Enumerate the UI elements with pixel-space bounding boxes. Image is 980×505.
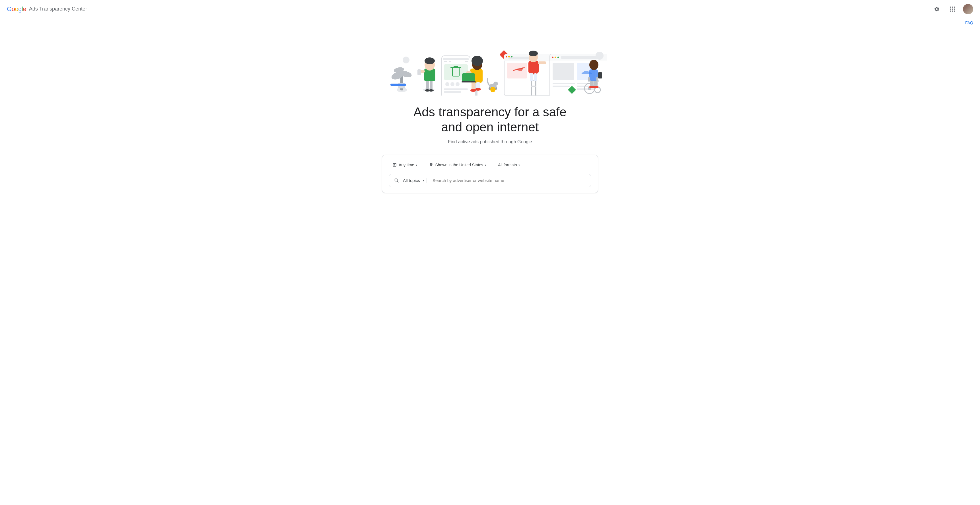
svg-rect-86 <box>553 86 570 87</box>
svg-rect-31 <box>444 91 461 93</box>
svg-point-90 <box>595 52 603 60</box>
logo-letter-g: G <box>7 5 12 13</box>
svg-point-102 <box>593 86 599 88</box>
svg-rect-14 <box>420 70 425 73</box>
svg-point-59 <box>506 56 508 57</box>
illustration-svg <box>373 27 607 95</box>
topics-filter-button[interactable]: All topics ▾ <box>403 178 427 183</box>
format-filter-label: All formats <box>498 163 517 167</box>
calendar-icon <box>392 162 397 168</box>
logo-letter-o2: o <box>15 5 18 13</box>
svg-rect-69 <box>530 73 533 81</box>
svg-rect-104 <box>598 72 602 78</box>
apps-button[interactable] <box>947 3 958 15</box>
header-logo-area: Google Ads Transparency Center <box>7 5 87 13</box>
search-box: Any time ▾ Shown in the United States ▾ … <box>382 155 598 193</box>
svg-rect-10 <box>430 80 433 90</box>
svg-rect-97 <box>588 77 590 81</box>
settings-button[interactable] <box>931 3 942 15</box>
svg-rect-71 <box>538 62 546 64</box>
svg-point-60 <box>508 56 510 57</box>
location-filter-chevron: ▾ <box>485 164 486 167</box>
svg-point-7 <box>402 57 409 64</box>
time-filter-label: Any time <box>399 163 414 167</box>
svg-point-78 <box>555 57 556 58</box>
svg-rect-22 <box>465 62 468 62</box>
svg-point-49 <box>493 82 498 86</box>
svg-rect-55 <box>507 63 527 78</box>
logo-letter-g2: g <box>18 5 22 13</box>
search-input[interactable] <box>430 178 586 183</box>
svg-point-16 <box>425 57 435 64</box>
svg-rect-20 <box>444 62 447 62</box>
svg-rect-70 <box>534 73 537 81</box>
logo-letter-e: e <box>23 5 26 13</box>
svg-rect-43 <box>462 73 475 82</box>
app-name: Ads Transparency Center <box>29 6 87 12</box>
svg-point-103 <box>589 60 598 70</box>
svg-rect-81 <box>553 63 574 80</box>
svg-rect-100 <box>594 81 598 86</box>
svg-rect-99 <box>590 81 593 86</box>
search-input-row: All topics ▾ <box>389 174 591 187</box>
svg-point-28 <box>450 82 455 86</box>
hero-illustration <box>373 27 607 95</box>
header: Google Ads Transparency Center <box>0 0 980 18</box>
svg-rect-17 <box>417 69 421 75</box>
svg-rect-9 <box>426 80 429 90</box>
search-filters: Any time ▾ Shown in the United States ▾ … <box>389 160 591 170</box>
topics-filter-label: All topics <box>403 178 420 183</box>
hero-title: Ads transparency for a safe and open int… <box>414 105 566 135</box>
svg-rect-68 <box>528 61 539 74</box>
format-filter-button[interactable]: All formats ▾ <box>495 161 523 169</box>
svg-point-41 <box>475 88 481 91</box>
svg-rect-21 <box>449 62 451 62</box>
svg-rect-67 <box>531 86 536 87</box>
format-filter-chevron: ▾ <box>519 164 520 167</box>
svg-point-27 <box>445 82 449 86</box>
filter-divider-1 <box>423 162 423 168</box>
svg-rect-98 <box>597 77 598 81</box>
topics-chevron: ▾ <box>423 179 424 182</box>
time-filter-chevron: ▾ <box>416 164 417 167</box>
search-icon <box>394 178 399 183</box>
location-icon <box>429 162 433 168</box>
svg-point-77 <box>552 57 554 58</box>
svg-point-12 <box>428 89 434 92</box>
svg-rect-44 <box>461 81 476 83</box>
svg-rect-30 <box>444 89 468 90</box>
logo-letter-o1: o <box>12 5 15 13</box>
svg-point-79 <box>557 57 559 58</box>
svg-rect-6 <box>390 84 406 86</box>
location-filter-label: Shown in the United States <box>435 163 483 167</box>
svg-rect-89 <box>577 89 595 90</box>
svg-rect-80 <box>561 56 601 59</box>
svg-rect-85 <box>553 83 575 84</box>
filter-divider-2 <box>492 162 492 168</box>
faq-link[interactable]: FAQ <box>965 21 973 25</box>
gear-icon <box>934 6 940 12</box>
location-filter-button[interactable]: Shown in the United States ▾ <box>425 160 490 170</box>
svg-point-73 <box>529 51 538 56</box>
hero-section: Ads transparency for a safe and open int… <box>0 27 980 205</box>
svg-rect-26 <box>453 66 458 68</box>
hero-subtitle: Find active ads published through Google <box>448 139 532 145</box>
svg-point-46 <box>471 56 483 66</box>
header-actions <box>931 3 973 15</box>
svg-rect-19 <box>443 58 469 60</box>
svg-rect-38 <box>471 81 475 90</box>
svg-point-29 <box>455 82 460 86</box>
svg-point-40 <box>470 89 476 92</box>
faq-bar: FAQ <box>0 18 980 27</box>
user-avatar[interactable] <box>963 4 973 14</box>
svg-point-61 <box>511 56 512 57</box>
nine-dots-icon <box>950 6 955 12</box>
time-filter-button[interactable]: Any time ▾ <box>389 160 420 170</box>
google-logo: Google <box>7 5 26 13</box>
avatar-image <box>963 4 973 14</box>
